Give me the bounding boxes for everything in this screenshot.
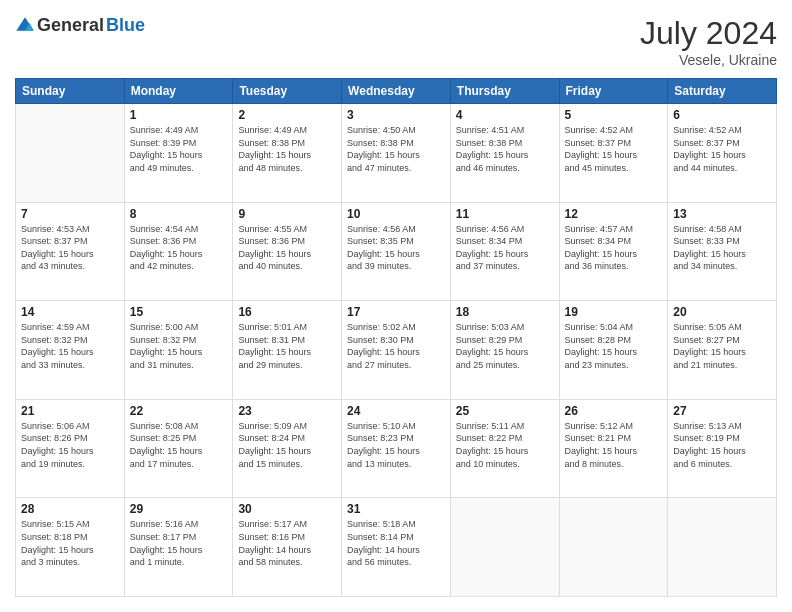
calendar-cell: 11Sunrise: 4:56 AM Sunset: 8:34 PM Dayli… bbox=[450, 202, 559, 301]
day-number: 23 bbox=[238, 404, 336, 418]
day-number: 30 bbox=[238, 502, 336, 516]
logo-text-general: General bbox=[37, 15, 104, 36]
title-month: July 2024 bbox=[640, 15, 777, 52]
day-info: Sunrise: 5:18 AM Sunset: 8:14 PM Dayligh… bbox=[347, 518, 445, 568]
day-info: Sunrise: 4:56 AM Sunset: 8:34 PM Dayligh… bbox=[456, 223, 554, 273]
col-sunday: Sunday bbox=[16, 79, 125, 104]
day-info: Sunrise: 4:49 AM Sunset: 8:39 PM Dayligh… bbox=[130, 124, 228, 174]
col-thursday: Thursday bbox=[450, 79, 559, 104]
day-info: Sunrise: 5:09 AM Sunset: 8:24 PM Dayligh… bbox=[238, 420, 336, 470]
calendar-cell: 30Sunrise: 5:17 AM Sunset: 8:16 PM Dayli… bbox=[233, 498, 342, 597]
day-info: Sunrise: 5:12 AM Sunset: 8:21 PM Dayligh… bbox=[565, 420, 663, 470]
day-number: 10 bbox=[347, 207, 445, 221]
calendar-body: 1Sunrise: 4:49 AM Sunset: 8:39 PM Daylig… bbox=[16, 104, 777, 597]
day-number: 29 bbox=[130, 502, 228, 516]
day-info: Sunrise: 4:52 AM Sunset: 8:37 PM Dayligh… bbox=[565, 124, 663, 174]
day-info: Sunrise: 4:54 AM Sunset: 8:36 PM Dayligh… bbox=[130, 223, 228, 273]
calendar-cell: 6Sunrise: 4:52 AM Sunset: 8:37 PM Daylig… bbox=[668, 104, 777, 203]
day-number: 1 bbox=[130, 108, 228, 122]
day-number: 27 bbox=[673, 404, 771, 418]
calendar-week-1: 7Sunrise: 4:53 AM Sunset: 8:37 PM Daylig… bbox=[16, 202, 777, 301]
calendar-cell: 26Sunrise: 5:12 AM Sunset: 8:21 PM Dayli… bbox=[559, 399, 668, 498]
calendar-table: Sunday Monday Tuesday Wednesday Thursday… bbox=[15, 78, 777, 597]
calendar-cell: 22Sunrise: 5:08 AM Sunset: 8:25 PM Dayli… bbox=[124, 399, 233, 498]
day-info: Sunrise: 4:53 AM Sunset: 8:37 PM Dayligh… bbox=[21, 223, 119, 273]
calendar-cell bbox=[559, 498, 668, 597]
day-info: Sunrise: 5:15 AM Sunset: 8:18 PM Dayligh… bbox=[21, 518, 119, 568]
day-info: Sunrise: 5:02 AM Sunset: 8:30 PM Dayligh… bbox=[347, 321, 445, 371]
calendar-cell: 5Sunrise: 4:52 AM Sunset: 8:37 PM Daylig… bbox=[559, 104, 668, 203]
day-info: Sunrise: 4:51 AM Sunset: 8:38 PM Dayligh… bbox=[456, 124, 554, 174]
page: GeneralBlue July 2024 Vesele, Ukraine Su… bbox=[0, 0, 792, 612]
day-info: Sunrise: 5:11 AM Sunset: 8:22 PM Dayligh… bbox=[456, 420, 554, 470]
day-number: 28 bbox=[21, 502, 119, 516]
day-info: Sunrise: 4:55 AM Sunset: 8:36 PM Dayligh… bbox=[238, 223, 336, 273]
day-number: 8 bbox=[130, 207, 228, 221]
day-number: 7 bbox=[21, 207, 119, 221]
calendar-week-4: 28Sunrise: 5:15 AM Sunset: 8:18 PM Dayli… bbox=[16, 498, 777, 597]
calendar-cell: 18Sunrise: 5:03 AM Sunset: 8:29 PM Dayli… bbox=[450, 301, 559, 400]
calendar-header: Sunday Monday Tuesday Wednesday Thursday… bbox=[16, 79, 777, 104]
calendar-cell bbox=[16, 104, 125, 203]
day-number: 18 bbox=[456, 305, 554, 319]
calendar-cell: 14Sunrise: 4:59 AM Sunset: 8:32 PM Dayli… bbox=[16, 301, 125, 400]
calendar-cell: 8Sunrise: 4:54 AM Sunset: 8:36 PM Daylig… bbox=[124, 202, 233, 301]
day-number: 5 bbox=[565, 108, 663, 122]
day-number: 3 bbox=[347, 108, 445, 122]
day-number: 2 bbox=[238, 108, 336, 122]
col-saturday: Saturday bbox=[668, 79, 777, 104]
day-info: Sunrise: 4:59 AM Sunset: 8:32 PM Dayligh… bbox=[21, 321, 119, 371]
day-info: Sunrise: 5:04 AM Sunset: 8:28 PM Dayligh… bbox=[565, 321, 663, 371]
day-number: 9 bbox=[238, 207, 336, 221]
day-info: Sunrise: 5:13 AM Sunset: 8:19 PM Dayligh… bbox=[673, 420, 771, 470]
title-location: Vesele, Ukraine bbox=[640, 52, 777, 68]
day-info: Sunrise: 5:16 AM Sunset: 8:17 PM Dayligh… bbox=[130, 518, 228, 568]
logo: GeneralBlue bbox=[15, 15, 145, 36]
calendar-cell: 24Sunrise: 5:10 AM Sunset: 8:23 PM Dayli… bbox=[342, 399, 451, 498]
calendar-cell: 16Sunrise: 5:01 AM Sunset: 8:31 PM Dayli… bbox=[233, 301, 342, 400]
day-info: Sunrise: 4:52 AM Sunset: 8:37 PM Dayligh… bbox=[673, 124, 771, 174]
calendar-week-2: 14Sunrise: 4:59 AM Sunset: 8:32 PM Dayli… bbox=[16, 301, 777, 400]
day-info: Sunrise: 4:49 AM Sunset: 8:38 PM Dayligh… bbox=[238, 124, 336, 174]
calendar-cell: 10Sunrise: 4:56 AM Sunset: 8:35 PM Dayli… bbox=[342, 202, 451, 301]
calendar-cell bbox=[668, 498, 777, 597]
calendar-cell: 29Sunrise: 5:16 AM Sunset: 8:17 PM Dayli… bbox=[124, 498, 233, 597]
day-info: Sunrise: 5:06 AM Sunset: 8:26 PM Dayligh… bbox=[21, 420, 119, 470]
calendar-week-3: 21Sunrise: 5:06 AM Sunset: 8:26 PM Dayli… bbox=[16, 399, 777, 498]
calendar-cell: 27Sunrise: 5:13 AM Sunset: 8:19 PM Dayli… bbox=[668, 399, 777, 498]
col-friday: Friday bbox=[559, 79, 668, 104]
day-info: Sunrise: 5:00 AM Sunset: 8:32 PM Dayligh… bbox=[130, 321, 228, 371]
col-monday: Monday bbox=[124, 79, 233, 104]
calendar-cell: 23Sunrise: 5:09 AM Sunset: 8:24 PM Dayli… bbox=[233, 399, 342, 498]
calendar-cell bbox=[450, 498, 559, 597]
day-number: 24 bbox=[347, 404, 445, 418]
day-number: 16 bbox=[238, 305, 336, 319]
day-info: Sunrise: 4:50 AM Sunset: 8:38 PM Dayligh… bbox=[347, 124, 445, 174]
day-info: Sunrise: 5:17 AM Sunset: 8:16 PM Dayligh… bbox=[238, 518, 336, 568]
calendar-cell: 9Sunrise: 4:55 AM Sunset: 8:36 PM Daylig… bbox=[233, 202, 342, 301]
header: GeneralBlue July 2024 Vesele, Ukraine bbox=[15, 15, 777, 68]
calendar-cell: 13Sunrise: 4:58 AM Sunset: 8:33 PM Dayli… bbox=[668, 202, 777, 301]
day-number: 31 bbox=[347, 502, 445, 516]
day-number: 26 bbox=[565, 404, 663, 418]
calendar-cell: 17Sunrise: 5:02 AM Sunset: 8:30 PM Dayli… bbox=[342, 301, 451, 400]
day-number: 25 bbox=[456, 404, 554, 418]
day-number: 19 bbox=[565, 305, 663, 319]
calendar-cell: 31Sunrise: 5:18 AM Sunset: 8:14 PM Dayli… bbox=[342, 498, 451, 597]
header-row: Sunday Monday Tuesday Wednesday Thursday… bbox=[16, 79, 777, 104]
logo-icon bbox=[15, 16, 35, 36]
calendar-cell: 20Sunrise: 5:05 AM Sunset: 8:27 PM Dayli… bbox=[668, 301, 777, 400]
title-block: July 2024 Vesele, Ukraine bbox=[640, 15, 777, 68]
day-number: 14 bbox=[21, 305, 119, 319]
calendar-cell: 28Sunrise: 5:15 AM Sunset: 8:18 PM Dayli… bbox=[16, 498, 125, 597]
col-wednesday: Wednesday bbox=[342, 79, 451, 104]
calendar-cell: 7Sunrise: 4:53 AM Sunset: 8:37 PM Daylig… bbox=[16, 202, 125, 301]
calendar-week-0: 1Sunrise: 4:49 AM Sunset: 8:39 PM Daylig… bbox=[16, 104, 777, 203]
day-info: Sunrise: 4:58 AM Sunset: 8:33 PM Dayligh… bbox=[673, 223, 771, 273]
day-number: 4 bbox=[456, 108, 554, 122]
calendar-cell: 25Sunrise: 5:11 AM Sunset: 8:22 PM Dayli… bbox=[450, 399, 559, 498]
day-number: 6 bbox=[673, 108, 771, 122]
day-info: Sunrise: 4:56 AM Sunset: 8:35 PM Dayligh… bbox=[347, 223, 445, 273]
calendar-cell: 1Sunrise: 4:49 AM Sunset: 8:39 PM Daylig… bbox=[124, 104, 233, 203]
calendar-cell: 2Sunrise: 4:49 AM Sunset: 8:38 PM Daylig… bbox=[233, 104, 342, 203]
